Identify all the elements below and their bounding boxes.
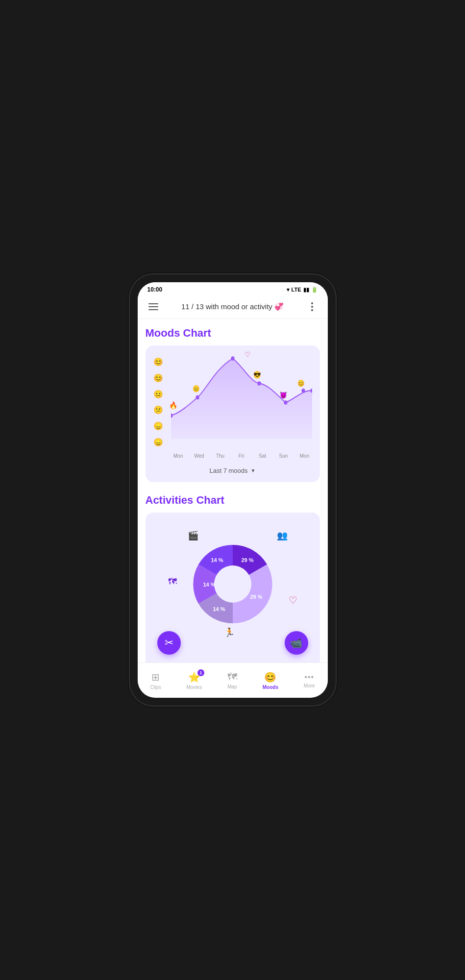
svg-point-4 — [284, 400, 287, 404]
day-sun: Sun — [276, 453, 291, 459]
nav-clips[interactable]: ⊞ Clips — [146, 669, 165, 692]
pie-label-14-2: 14 % — [203, 582, 215, 588]
moods-chart-area: 😊 😊 😐 😕 😞 😞 ♡ 🔥 — [153, 353, 312, 461]
chart-flame-icon: 🔥 — [169, 401, 177, 409]
chart-svg-area: ♡ 🔥 — [171, 353, 312, 451]
signal-bars-icon: ▮▮ — [303, 287, 309, 293]
pie-label-29-1: 29 % — [241, 557, 253, 563]
scroll-content: Moods Chart 😊 😊 😐 😕 😞 😞 ♡ — [138, 319, 328, 698]
svg-point-3 — [257, 381, 261, 385]
map-nav-icon: 🗺 — [227, 671, 237, 683]
movies-nav-label: Movies — [186, 685, 202, 690]
moods-chart-card: 😊 😊 😐 😕 😞 😞 ♡ 🔥 — [146, 345, 320, 482]
fab-cut-button[interactable]: ✂ — [157, 631, 181, 655]
svg-text:😈: 😈 — [280, 391, 287, 399]
battery-icon: 🔋 — [311, 287, 318, 293]
mood-emoji-6: 😞 — [153, 439, 163, 446]
signal-label: LTE — [292, 287, 301, 293]
day-thu: Thu — [213, 453, 228, 459]
nav-moods[interactable]: 😊 Moods — [259, 669, 282, 692]
day-labels: Mon Wed Thu Fri Sat Sun Mon — [171, 453, 312, 459]
svg-point-2 — [231, 356, 234, 360]
map-nav-label: Map — [227, 684, 237, 689]
more-nav-label: More — [304, 683, 315, 688]
mood-line-chart: 😎 😈 😐 😊 — [171, 353, 312, 441]
status-time: 10:00 — [147, 286, 163, 293]
status-icons: ▾ LTE ▮▮ 🔋 — [287, 287, 318, 293]
header-title: 11 / 13 with mood or activity 💞 — [161, 302, 304, 311]
day-fri: Fri — [234, 453, 249, 459]
hamburger-menu-button[interactable] — [146, 299, 161, 315]
nav-map[interactable]: 🗺 Map — [223, 669, 241, 691]
svg-text:😎: 😎 — [253, 370, 261, 379]
svg-point-5 — [301, 389, 305, 392]
mood-emoji-2: 😊 — [153, 374, 163, 382]
movies-badge: 1 — [197, 669, 204, 676]
pie-label-14-1: 14 % — [213, 606, 225, 612]
nav-more[interactable]: ••• More — [300, 671, 319, 690]
clips-nav-label: Clips — [150, 685, 161, 690]
chart-peak-heart: ♡ — [245, 350, 251, 358]
mood-emoji-4: 😕 — [153, 406, 163, 414]
phone-screen: 10:00 ▾ LTE ▮▮ 🔋 11 / 13 with mood or ac… — [138, 282, 328, 698]
pie-chart-svg: 29 % 29 % 14 % 14 % 14 % — [184, 535, 282, 633]
mood-emoji-labels: 😊 😊 😐 😕 😞 😞 — [153, 358, 163, 446]
mood-emoji-1: 😊 — [153, 358, 163, 366]
more-nav-icon: ••• — [304, 673, 314, 682]
day-sat: Sat — [255, 453, 270, 459]
fab-row: ✂ 📹 — [153, 648, 312, 662]
pie-label-29-2: 29 % — [250, 594, 262, 600]
pie-chart-container: 🎬 👥 🗺 ♡ 🏃 — [153, 520, 312, 648]
moods-chart-title: Moods Chart — [146, 327, 320, 340]
activities-chart-title: Activities Chart — [146, 494, 320, 507]
day-wed: Wed — [192, 453, 207, 459]
bottom-nav: ⊞ Clips ⭐ 1 Movies 🗺 Map 😊 Moods ••• Mor — [138, 662, 328, 698]
wifi-icon: ▾ — [287, 287, 290, 293]
running-pie-icon: 🏃 — [224, 627, 235, 638]
svg-point-11 — [214, 565, 251, 603]
dropdown-arrow-icon: ▼ — [251, 468, 256, 473]
svg-point-1 — [196, 395, 199, 399]
dropdown-row: Last 7 moods ▼ — [153, 467, 312, 474]
overflow-menu-button[interactable] — [304, 299, 320, 315]
status-bar: 10:00 ▾ LTE ▮▮ 🔋 — [138, 282, 328, 295]
movies-pie-icon: 🎬 — [188, 530, 198, 541]
clips-nav-icon: ⊞ — [151, 671, 160, 683]
top-bar: 11 / 13 with mood or activity 💞 — [138, 295, 328, 319]
mood-emoji-5: 😞 — [153, 422, 163, 430]
fab-video-button[interactable]: 📹 — [285, 631, 308, 655]
last7moods-dropdown[interactable]: Last 7 moods ▼ — [210, 467, 256, 474]
map-pie-icon: 🗺 — [168, 576, 177, 587]
movies-nav-icon: ⭐ 1 — [188, 671, 200, 683]
moods-nav-icon: 😊 — [264, 671, 276, 683]
nav-movies[interactable]: ⭐ 1 Movies — [182, 669, 206, 692]
dropdown-label: Last 7 moods — [210, 467, 248, 474]
activities-chart-card: 🎬 👥 🗺 ♡ 🏃 — [146, 513, 320, 670]
moods-nav-label: Moods — [263, 685, 278, 690]
svg-text:😐: 😐 — [192, 385, 199, 393]
pie-label-14-3: 14 % — [211, 557, 223, 563]
heart-pie-icon: ♡ — [289, 594, 297, 606]
phone-frame: 10:00 ▾ LTE ▮▮ 🔋 11 / 13 with mood or ac… — [130, 274, 336, 706]
people-pie-icon: 👥 — [277, 530, 288, 541]
mood-emoji-3: 😐 — [153, 391, 163, 398]
svg-text:😊: 😊 — [297, 379, 305, 388]
day-mon2: Mon — [297, 453, 312, 459]
day-mon1: Mon — [171, 453, 186, 459]
